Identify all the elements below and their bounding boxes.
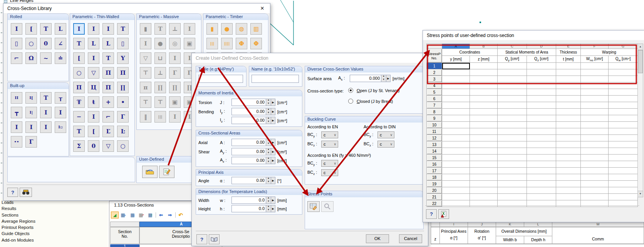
section-shape-button[interactable]: Π [102,67,114,79]
stress-data-cell[interactable] [498,128,527,135]
bc-dropdown[interactable]: c∨ [377,131,394,138]
section-shape-button[interactable]: ⌐ [11,52,22,64]
section-shape-button[interactable]: [ [88,126,99,137]
stress-data-cell[interactable] [581,115,609,122]
stress-data-cell[interactable] [442,194,470,200]
stress-data-cell[interactable] [442,174,470,181]
spinner-control[interactable]: ▲▼ [266,205,271,212]
bc-dropdown[interactable]: c∨ [321,169,338,176]
excel-export-button[interactable]: X [438,209,449,219]
section-diagram-icon[interactable]: ▦↗ [138,212,145,218]
stress-data-cell[interactable] [470,194,498,200]
stress-data-cell[interactable] [527,187,556,194]
spinner-control[interactable]: ▲▼ [266,148,271,155]
stress-data-cell[interactable] [442,168,470,174]
stress-data-cell[interactable] [609,194,638,200]
cancel-button[interactable]: Cancel [399,234,422,243]
stress-data-cell[interactable] [556,109,581,115]
section-shape-button[interactable]: Y [117,52,129,64]
section-shape-button[interactable]: ||| [154,111,166,123]
stress-data-cell[interactable] [442,148,470,155]
section-shape-button[interactable]: Σ [73,140,85,152]
edit-stress-points-button[interactable] [307,201,320,212]
stress-data-cell[interactable] [498,148,527,155]
stress-data-cell[interactable] [442,63,470,69]
stress-data-cell[interactable] [556,161,581,168]
stress-data-cell[interactable] [527,135,556,141]
section-shape-button[interactable]: I [140,38,151,49]
radio-closed[interactable]: Closed (J by Bredt) [348,99,393,104]
row-number-cell[interactable]: 3 [427,76,442,82]
field-input[interactable]: 0.00 [231,108,266,115]
section-shape-button[interactable]: Ω [25,52,37,64]
stress-data-cell[interactable] [581,82,609,89]
sidebar-item-guide-objects[interactable]: Guide Objects [2,230,35,237]
library-titlebar[interactable]: Cross-Section Library ✕ [3,3,270,13]
stress-data-cell[interactable] [498,89,527,96]
stress-data-cell[interactable] [556,135,581,141]
expand-icon[interactable]: ▶ [271,148,275,155]
stress-data-cell[interactable] [498,181,527,187]
field-input[interactable]: 0.00 [231,157,266,164]
spin-down-icon[interactable]: ▼ [266,152,271,155]
stress-data-cell[interactable] [442,187,470,194]
create-titlebar[interactable]: Create User-Defined Cross-Section [192,53,428,63]
stress-data-cell[interactable] [470,96,498,102]
row-number-cell[interactable]: 10 [427,122,442,128]
section-shape-button[interactable]: I [88,52,99,64]
section-shape-button[interactable]: − [73,111,85,123]
row-number-cell[interactable]: 11 [427,128,442,135]
section-shape-button[interactable]: L [88,38,99,49]
row-number-cell[interactable]: 9 [427,115,442,122]
stress-data-cell[interactable] [609,161,638,168]
stress-data-cell[interactable] [527,89,556,96]
stress-data-cell[interactable] [442,69,470,76]
spin-down-icon[interactable]: ▼ [266,102,271,106]
stress-data-cell[interactable] [581,76,609,82]
stress-data-cell[interactable] [442,102,470,109]
stress-data-cell[interactable] [498,135,527,141]
stress-data-cell[interactable] [527,109,556,115]
section-shape-button[interactable]: ⊥ [154,67,166,79]
create-help-button[interactable]: ? [196,234,207,244]
spin-down-icon[interactable]: ▼ [266,181,271,184]
section-shape-button[interactable]: L [102,38,114,49]
close-icon[interactable]: ✕ [258,5,266,11]
stress-data-cell[interactable] [527,115,556,122]
section-shape-button[interactable]: ~ [40,52,52,64]
expand-icon[interactable]: ▶ [271,139,275,146]
section-shape-button[interactable]: ▽ [102,140,114,152]
view-stress-points-button[interactable] [321,201,334,212]
section-shape-button[interactable]: ∠ [55,38,66,49]
spinner-control[interactable]: ▲▼ [266,197,271,204]
stress-data-cell[interactable] [581,69,609,76]
column-letter-B[interactable]: B [470,44,498,49]
section-shape-button[interactable]: L [55,23,66,35]
sidebar-item-average-regions[interactable]: Average Regions [2,218,35,224]
bc-dropdown[interactable]: c∨ [377,141,394,148]
stress-data-cell[interactable] [442,161,470,168]
renumber-icon[interactable]: ▦↑ [146,212,154,218]
section-shape-button[interactable]: 0 [40,38,52,49]
section-shape-button[interactable]: ◍ [236,23,247,35]
section-shape-button[interactable]: ∏ [117,82,129,93]
section-shape-button[interactable]: ○ [25,38,37,49]
stress-data-cell[interactable] [442,89,470,96]
column-header-i[interactable]: I [439,222,468,227]
row-number-cell[interactable]: 6 [427,96,442,102]
stress-data-cell[interactable] [527,76,556,82]
stress-data-cell[interactable] [556,82,581,89]
tree-item-line-hinges[interactable]: Line Hinges [10,0,34,3]
stress-data-cell[interactable] [498,115,527,122]
stress-data-cell[interactable] [442,141,470,148]
section-shape-button[interactable]: I [73,23,85,35]
stress-data-cell[interactable] [581,148,609,155]
row-number-cell[interactable]: 16 [427,161,442,168]
row-1-number[interactable]: 1 [110,244,139,247]
column-letter-E[interactable]: E [556,44,581,49]
row-number-cell[interactable]: 19 [427,181,442,187]
section-shape-button[interactable]: 0 [88,140,99,152]
stress-data-cell[interactable] [556,69,581,76]
stress-data-cell[interactable] [498,109,527,115]
section-shape-button[interactable]: Ι [11,121,22,133]
